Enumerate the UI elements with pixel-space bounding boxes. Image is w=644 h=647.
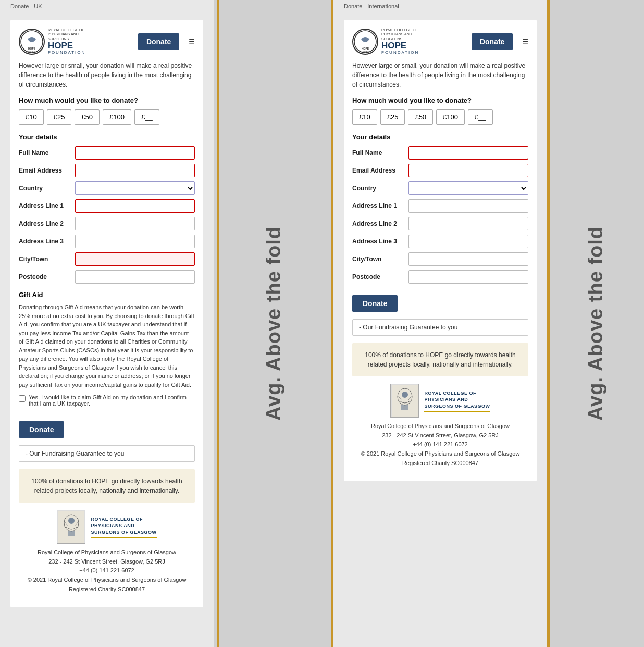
right-email-group: Email Address <box>352 164 528 177</box>
left-logo-circle: HOPE FOUNDATION <box>19 29 45 55</box>
right-address-street: 232 - 242 St Vincent Street, Glasgow, G2… <box>352 431 528 441</box>
left-city-input[interactable] <box>75 252 195 266</box>
left-amber-line <box>217 0 219 647</box>
left-hamburger-icon[interactable]: ≡ <box>189 35 195 47</box>
left-amount-50[interactable]: £50 <box>75 109 100 125</box>
left-rcpsg-address: Royal College of Physicians and Surgeons… <box>19 548 195 594</box>
right-logo-subtitle: ROYAL COLLEGE OFPHYSICIANS ANDSURGEONS <box>381 28 419 41</box>
svg-point-5 <box>68 518 75 524</box>
right-space: Avg. Above the fold <box>547 0 644 647</box>
left-header-donate-button[interactable]: Donate <box>138 33 179 50</box>
right-country-select[interactable]: United Kingdom United States Other <box>408 181 528 195</box>
left-logo-brand: ROYAL COLLEGE OFPHYSICIANS ANDSURGEONS H… <box>48 28 85 55</box>
right-postcode-label: Postcode <box>352 273 404 280</box>
left-address1-label: Address Line 1 <box>19 202 71 210</box>
svg-text:FOUNDATION: FOUNDATION <box>360 51 371 53</box>
left-postcode-input[interactable] <box>75 270 195 284</box>
left-logo-area: HOPE FOUNDATION ROYAL COLLEGE OFPHYSICIA… <box>19 28 85 55</box>
right-address-phone: +44 (0) 141 221 6072 <box>352 440 528 449</box>
left-donate-main-button[interactable]: Donate <box>19 421 64 438</box>
right-city-label: City/Town <box>352 255 404 263</box>
right-tab-label: Donate - International <box>344 3 399 9</box>
left-email-label: Email Address <box>19 167 71 174</box>
right-city-input[interactable] <box>408 252 528 266</box>
left-city-group: City/Town <box>19 252 195 266</box>
right-logo-circle: HOPE FOUNDATION <box>352 29 378 55</box>
right-amount-25[interactable]: £25 <box>380 109 405 125</box>
crest-svg <box>58 511 84 543</box>
right-rcpsg-address: Royal College of Physicians and Surgeons… <box>352 422 528 468</box>
right-address2-label: Address Line 2 <box>352 220 404 227</box>
right-hamburger-icon[interactable]: ≡ <box>522 35 528 47</box>
left-address1-input[interactable] <box>75 199 195 213</box>
right-donate-main-button[interactable]: Donate <box>352 295 398 312</box>
left-postcode-group: Postcode <box>19 270 195 284</box>
left-copyright: © 2021 Royal College of Physicians and S… <box>19 576 195 585</box>
left-address2-label: Address Line 2 <box>19 220 71 227</box>
right-address2-input[interactable] <box>408 217 528 230</box>
right-charity: Registered Charity SC000847 <box>352 459 528 468</box>
left-hope-text: HOPE <box>48 41 85 50</box>
left-amount-25[interactable]: £25 <box>47 109 72 125</box>
right-address3-label: Address Line 3 <box>352 238 404 245</box>
left-country-select[interactable]: United Kingdom United States Other <box>75 181 195 195</box>
svg-rect-10 <box>392 385 418 417</box>
left-side-text-container: Avg. Above the fold <box>214 0 333 647</box>
left-gift-aid-heading: Gift Aid <box>19 291 195 299</box>
left-address-org: Royal College of Physicians and Surgeons… <box>19 548 195 557</box>
right-header: HOPE FOUNDATION ROYAL COLLEGE OFPHYSICIA… <box>352 28 528 55</box>
right-foundation-text: FOUNDATION <box>381 50 419 55</box>
right-email-input[interactable] <box>408 164 528 177</box>
left-logo-subtitle: ROYAL COLLEGE OFPHYSICIANS ANDSURGEONS <box>48 28 85 41</box>
left-address3-input[interactable] <box>75 235 195 248</box>
right-postcode-group: Postcode <box>352 270 528 284</box>
left-amount-buttons: £10 £25 £50 £100 £__ <box>19 109 195 125</box>
left-guarantee-label: - Our Fundraising Guarantee to you <box>26 450 124 457</box>
svg-rect-3 <box>58 511 84 543</box>
left-guarantee-bar[interactable]: - Our Fundraising Guarantee to you <box>19 445 195 462</box>
right-address1-input[interactable] <box>408 199 528 213</box>
right-amount-100[interactable]: £100 <box>436 109 465 125</box>
right-details-heading: Your details <box>352 133 528 141</box>
svg-text:HOPE: HOPE <box>28 47 36 50</box>
right-panel-inner: HOPE FOUNDATION ROYAL COLLEGE OFPHYSICIA… <box>344 20 537 481</box>
right-guarantee-bar[interactable]: - Our Fundraising Guarantee to you <box>352 319 528 336</box>
right-country-group: Country United Kingdom United States Oth… <box>352 181 528 195</box>
right-fullname-input[interactable] <box>408 146 528 160</box>
left-header: HOPE FOUNDATION ROYAL COLLEGE OFPHYSICIA… <box>19 28 195 55</box>
left-fullname-input[interactable] <box>75 146 195 160</box>
left-panel-inner: HOPE FOUNDATION ROYAL COLLEGE OFPHYSICIA… <box>10 20 203 607</box>
right-header-actions: Donate ≡ <box>472 33 528 50</box>
right-hope-text: HOPE <box>381 41 419 50</box>
middle-space: Avg. Above the fold <box>214 0 333 647</box>
left-country-label: Country <box>19 185 71 192</box>
left-email-input[interactable] <box>75 164 195 177</box>
left-footer-info: 100% of donations to HOPE go directly to… <box>19 469 195 503</box>
right-email-label: Email Address <box>352 167 404 174</box>
right-amount-10[interactable]: £10 <box>352 109 377 125</box>
svg-text:HOPE: HOPE <box>362 47 369 50</box>
left-rcpsg-line1: ROYAL COLLEGE OF <box>91 516 156 523</box>
right-logo-area: HOPE FOUNDATION ROYAL COLLEGE OFPHYSICIA… <box>352 28 419 55</box>
left-address2-input[interactable] <box>75 217 195 230</box>
left-details-heading: Your details <box>19 133 195 141</box>
left-amount-100[interactable]: £100 <box>103 109 131 125</box>
right-address3-input[interactable] <box>408 235 528 248</box>
left-gift-aid-checkbox[interactable] <box>19 395 26 402</box>
right-amount-heading: How much would you like to donate? <box>352 96 528 104</box>
left-amount-custom[interactable]: £__ <box>134 109 159 125</box>
right-country-label: Country <box>352 185 404 192</box>
svg-point-12 <box>402 392 408 398</box>
left-side-text: Avg. Above the fold <box>263 226 285 421</box>
right-amount-custom[interactable]: £__ <box>468 109 493 125</box>
right-logo-brand: ROYAL COLLEGE OFPHYSICIANS ANDSURGEONS H… <box>381 28 419 55</box>
left-header-actions: Donate ≡ <box>138 33 195 50</box>
left-amount-10[interactable]: £10 <box>19 109 44 125</box>
left-tab-bar: Donate - UK <box>0 0 214 9</box>
right-rcpsg-logo: ROYAL COLLEGE OF PHYSICIANS AND SURGEONS… <box>390 384 490 418</box>
left-amount-heading: How much would you like to donate? <box>19 96 195 104</box>
right-amount-50[interactable]: £50 <box>408 109 433 125</box>
right-header-donate-button[interactable]: Donate <box>472 33 513 50</box>
right-postcode-input[interactable] <box>408 270 528 284</box>
svg-text:FOUNDATION: FOUNDATION <box>26 51 38 53</box>
